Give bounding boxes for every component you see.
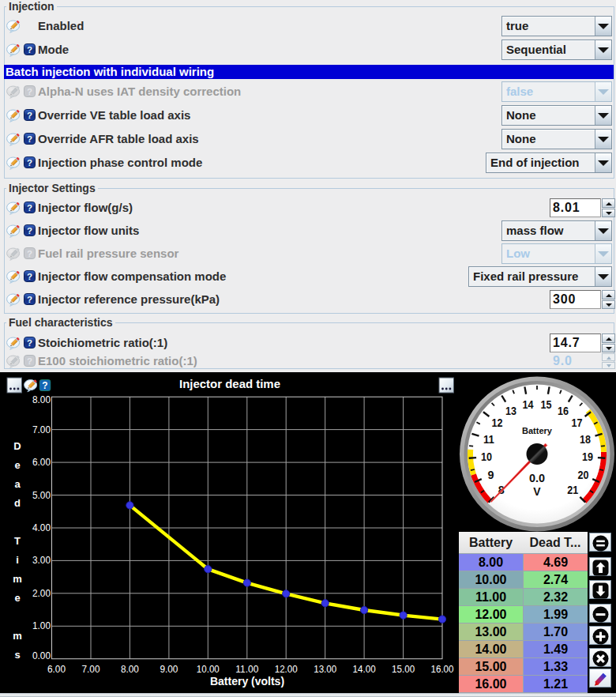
svg-text:21: 21 xyxy=(567,484,578,496)
svg-text:15.00: 15.00 xyxy=(392,663,415,675)
svg-text:s: s xyxy=(14,649,20,661)
svg-text:13: 13 xyxy=(505,405,516,417)
svg-text:16.00: 16.00 xyxy=(431,663,454,675)
svg-text:Injector dead time: Injector dead time xyxy=(179,377,280,390)
svg-text:15: 15 xyxy=(541,398,552,411)
svg-text:m: m xyxy=(13,630,22,642)
svg-text:20: 20 xyxy=(577,469,588,481)
svg-text:6.00: 6.00 xyxy=(32,456,51,468)
svg-text:8.00: 8.00 xyxy=(121,663,139,675)
svg-text:17: 17 xyxy=(571,416,582,429)
svg-text:8.00: 8.00 xyxy=(32,394,51,405)
svg-text:7.00: 7.00 xyxy=(82,663,100,675)
svg-text:5.00: 5.00 xyxy=(32,489,51,501)
svg-text:11.00: 11.00 xyxy=(235,663,258,675)
svg-text:D: D xyxy=(13,440,21,452)
svg-text:i: i xyxy=(16,554,19,566)
svg-text:V: V xyxy=(533,485,541,498)
svg-text:16: 16 xyxy=(558,405,569,417)
svg-text:m: m xyxy=(13,573,22,585)
svg-text:e: e xyxy=(14,459,20,471)
svg-text:14.00: 14.00 xyxy=(353,663,376,675)
svg-text:13.00: 13.00 xyxy=(314,663,336,675)
svg-text:12: 12 xyxy=(492,416,503,429)
svg-text:Battery (volts): Battery (volts) xyxy=(210,675,284,688)
svg-text:12.00: 12.00 xyxy=(275,663,298,675)
svg-text:0.0: 0.0 xyxy=(529,471,545,484)
svg-text:3.00: 3.00 xyxy=(32,554,51,566)
svg-text:9.00: 9.00 xyxy=(160,663,178,675)
svg-text:6.00: 6.00 xyxy=(47,663,66,675)
svg-text:10: 10 xyxy=(481,450,492,463)
svg-text:e: e xyxy=(14,592,20,604)
svg-text:Battery: Battery xyxy=(522,426,553,435)
svg-text:T: T xyxy=(14,535,21,547)
svg-text:d: d xyxy=(14,497,21,509)
svg-text:2.00: 2.00 xyxy=(32,587,51,599)
svg-text:11: 11 xyxy=(483,433,494,446)
svg-text:10.00: 10.00 xyxy=(197,663,220,675)
svg-text:19: 19 xyxy=(582,450,593,463)
svg-text:4.00: 4.00 xyxy=(32,522,51,533)
svg-text:18: 18 xyxy=(580,433,591,446)
svg-text:7.00: 7.00 xyxy=(32,424,51,435)
svg-text:0.00: 0.00 xyxy=(32,650,51,661)
svg-text:a: a xyxy=(14,478,21,490)
svg-text:9: 9 xyxy=(488,469,494,481)
svg-text:1.00: 1.00 xyxy=(32,620,51,631)
svg-text:14: 14 xyxy=(523,398,534,411)
